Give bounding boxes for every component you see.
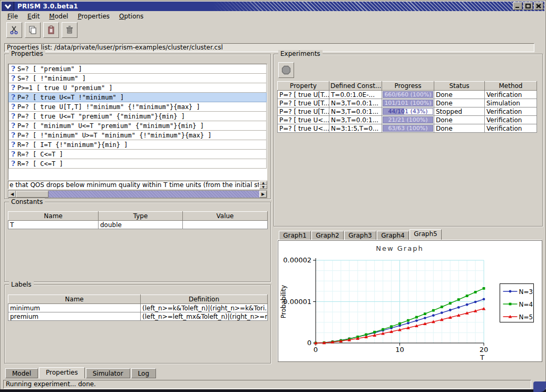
property-list-item[interactable]: ?P=? [ !"minimum" U>=T "minimum" {!"mini…	[8, 131, 267, 140]
scroll-left-button[interactable]: ◀	[8, 191, 16, 198]
window-menu-icon[interactable]	[2, 2, 14, 11]
experiments-group: Experiments PropertyDefined Const...Prog…	[274, 54, 543, 227]
close-button[interactable]	[534, 2, 543, 10]
labels-table[interactable]: NameDefinitionminimum(left_n>=k&Toleft_n…	[8, 295, 268, 321]
property-text: P=? [ !"minimum" U>=T "minimum" {!"minim…	[17, 132, 211, 139]
svg-text:T: T	[480, 354, 484, 361]
cut-button[interactable]	[6, 22, 22, 38]
menu-properties[interactable]: Properties	[73, 12, 114, 21]
label-row[interactable]: minimum(left_n>=k&Toleft_n)|(right_n>=k&…	[8, 304, 268, 312]
experiment-constants: T=0.0:1.0E-...	[329, 91, 382, 99]
experiment-row[interactable]: P=? [ true U[T...N=3,T=0.0:1...101/101 (…	[278, 99, 537, 107]
menu-edit[interactable]: Edit	[23, 12, 44, 21]
question-icon: ?	[9, 141, 17, 149]
experiment-method: Verification	[485, 107, 537, 116]
table-cell: double	[99, 221, 183, 229]
spinner-down-button[interactable]: ▼	[259, 185, 267, 189]
constants-table[interactable]: NameTypeValueTdouble	[8, 211, 268, 229]
experiments-header-defined-const-[interactable]: Defined Const...	[329, 82, 382, 91]
property-list-item[interactable]: ?P=? [ true U[T,T] !"minimum" {!"minimum…	[8, 102, 267, 112]
tab-graph5[interactable]: Graph5	[409, 229, 442, 240]
title-bar[interactable]: PRISM 3.0.beta1	[2, 2, 544, 11]
property-text: S=? [ !"minimum" ]	[17, 75, 86, 82]
tab-graph4[interactable]: Graph4	[377, 231, 409, 240]
experiments-header-property[interactable]: Property	[278, 82, 329, 91]
experiment-constants: N=3,T=0.0:1...	[329, 116, 382, 124]
window-bottom-frame	[0, 389, 546, 392]
column-header-name[interactable]: Name	[8, 295, 141, 304]
property-list-item[interactable]: ?R=? [ I=T {!"minimum"}{min} ]	[8, 140, 267, 150]
table-cell	[183, 221, 268, 229]
prism-window: { "window": { "title": "PRISM 3.0.beta1"…	[0, 0, 546, 392]
property-text: P>=1 [ true U "premium" ]	[17, 84, 113, 92]
svg-text:20: 20	[480, 346, 489, 354]
tab-graph1[interactable]: Graph1	[279, 231, 311, 240]
spinner-up-button[interactable]: ▲	[259, 181, 267, 185]
experiments-header-method[interactable]: Method	[485, 82, 537, 91]
experiment-progress: 63/63 (100%)	[382, 124, 434, 133]
experiments-header-progress[interactable]: Progress	[382, 82, 434, 91]
experiment-status: Done	[434, 124, 485, 133]
property-list-item[interactable]: ?P>=1 [ true U "premium" ]	[8, 83, 267, 93]
question-icon: ?	[9, 122, 17, 130]
delete-button[interactable]	[62, 22, 77, 38]
progress-bar: 63/63 (100%)	[383, 125, 433, 132]
experiment-method: Verification	[485, 116, 537, 124]
property-comment-field[interactable]: e that QOS drops below minimum quality w…	[8, 181, 259, 189]
tab-simulator[interactable]: Simulator	[86, 368, 130, 378]
minimize-button[interactable]	[513, 2, 522, 10]
svg-text:10: 10	[395, 346, 404, 354]
menu-file[interactable]: File	[3, 12, 22, 21]
experiment-status: Done	[434, 91, 485, 99]
menu-options[interactable]: Options	[115, 12, 148, 21]
property-list-item[interactable]: ?S=? [ !"minimum" ]	[8, 74, 267, 83]
resize-grip[interactable]	[533, 381, 546, 392]
menu-model[interactable]: Model	[45, 12, 72, 21]
tab-graph3[interactable]: Graph3	[344, 231, 376, 240]
experiment-property: P=? [ true U<...	[278, 116, 329, 124]
scroll-right-button[interactable]: ▶	[259, 191, 267, 198]
svg-text:N=4: N=4	[519, 301, 533, 308]
clipboard-icon	[46, 25, 56, 35]
experiment-row[interactable]: P=? [ true U[T...N=3,T=0.0:1...44/101 (4…	[278, 107, 537, 116]
tab-log[interactable]: Log	[131, 368, 156, 378]
comment-horizontal-scrollbar[interactable]: ◀ ▶	[8, 190, 267, 198]
property-list-item[interactable]: ?P=? [ "minimum" U<=T "premium" {"minimu…	[8, 121, 267, 131]
experiment-row[interactable]: P=? [ true U[T...T=0.0:1.0E-...660/660 (…	[278, 91, 537, 99]
properties-file-path: Properties list: /data/private/luser/pri…	[4, 43, 534, 52]
tab-model[interactable]: Model	[5, 368, 38, 378]
property-list-item[interactable]: ?S=? [ "premium" ]	[8, 64, 267, 74]
maximize-button[interactable]	[523, 2, 533, 10]
property-list-item[interactable]: ?P=? [ true U<=T !"minimum" ]	[8, 93, 267, 102]
experiments-header-status[interactable]: Status	[434, 82, 485, 91]
experiment-row[interactable]: P=? [ true U<...N=3:1:5,T=0...63/63 (100…	[278, 124, 537, 133]
experiments-table[interactable]: PropertyDefined Const...ProgressStatusMe…	[277, 81, 537, 133]
progress-bar: 21/21 (100%)	[383, 116, 433, 123]
copy-button[interactable]	[25, 22, 41, 38]
experiment-row[interactable]: P=? [ true U<...N=3,T=0.0:1...21/21 (100…	[278, 116, 537, 124]
column-header-name[interactable]: Name	[8, 212, 99, 221]
property-text: S=? [ "premium" ]	[17, 65, 82, 73]
stop-experiment-button[interactable]	[278, 62, 294, 78]
scissors-icon	[9, 25, 19, 35]
scrollbar-thumb[interactable]	[16, 191, 48, 198]
column-header-type[interactable]: Type	[99, 212, 183, 221]
question-icon: ?	[9, 65, 17, 73]
paste-button[interactable]	[43, 22, 59, 38]
properties-list[interactable]: ?S=? [ "premium" ]?S=? [ !"minimum" ]?P>…	[8, 64, 267, 180]
toolbar	[6, 22, 77, 39]
property-list-item[interactable]: ?R=? [ C<=T ]	[8, 150, 267, 159]
scrollbar-track[interactable]	[48, 191, 259, 198]
property-text: R=? [ C<=T ]	[17, 151, 63, 158]
property-list-item[interactable]: ?P=? [ true U<=T "premium" {"minimum"}{m…	[8, 112, 267, 121]
properties-group-title: Properties	[9, 50, 45, 57]
column-header-value[interactable]: Value	[183, 212, 268, 221]
experiment-property: P=? [ true U[T...	[278, 91, 329, 99]
property-list-item[interactable]: ?R=? [ C<=T ]	[8, 159, 267, 169]
label-row[interactable]: premium(left_n>=left_mx&Toleft_n)|(right…	[8, 312, 268, 321]
svg-text:0.00002: 0.00002	[283, 256, 311, 264]
tab-properties[interactable]: Properties	[39, 367, 85, 378]
tab-graph2[interactable]: Graph2	[311, 231, 344, 240]
column-header-definition[interactable]: Definition	[141, 295, 268, 304]
constant-row[interactable]: Tdouble	[8, 221, 268, 229]
